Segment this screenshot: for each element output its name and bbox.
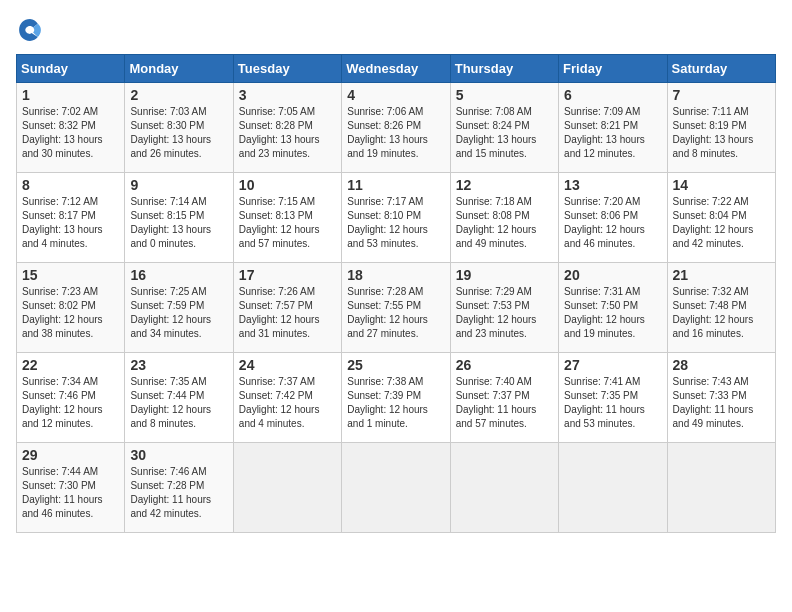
- cell-info: Sunrise: 7:34 AM Sunset: 7:46 PM Dayligh…: [22, 375, 119, 431]
- cell-info: Sunrise: 7:08 AM Sunset: 8:24 PM Dayligh…: [456, 105, 553, 161]
- sunset-label: Sunset: 7:28 PM: [130, 480, 204, 491]
- table-row: 26 Sunrise: 7:40 AM Sunset: 7:37 PM Dayl…: [450, 353, 558, 443]
- week-row-2: 8 Sunrise: 7:12 AM Sunset: 8:17 PM Dayli…: [17, 173, 776, 263]
- week-row-4: 22 Sunrise: 7:34 AM Sunset: 7:46 PM Dayl…: [17, 353, 776, 443]
- daylight-label: Daylight: 11 hours and 46 minutes.: [22, 494, 103, 519]
- cell-info: Sunrise: 7:11 AM Sunset: 8:19 PM Dayligh…: [673, 105, 770, 161]
- day-number: 7: [673, 87, 770, 103]
- sunrise-label: Sunrise: 7:44 AM: [22, 466, 98, 477]
- day-number: 24: [239, 357, 336, 373]
- sunset-label: Sunset: 7:53 PM: [456, 300, 530, 311]
- cell-info: Sunrise: 7:32 AM Sunset: 7:48 PM Dayligh…: [673, 285, 770, 341]
- day-number: 10: [239, 177, 336, 193]
- table-row: [559, 443, 667, 533]
- table-row: 20 Sunrise: 7:31 AM Sunset: 7:50 PM Dayl…: [559, 263, 667, 353]
- sunrise-label: Sunrise: 7:25 AM: [130, 286, 206, 297]
- cell-info: Sunrise: 7:46 AM Sunset: 7:28 PM Dayligh…: [130, 465, 227, 521]
- day-number: 16: [130, 267, 227, 283]
- table-row: 13 Sunrise: 7:20 AM Sunset: 8:06 PM Dayl…: [559, 173, 667, 263]
- day-number: 26: [456, 357, 553, 373]
- sunset-label: Sunset: 7:35 PM: [564, 390, 638, 401]
- cell-info: Sunrise: 7:09 AM Sunset: 8:21 PM Dayligh…: [564, 105, 661, 161]
- week-row-3: 15 Sunrise: 7:23 AM Sunset: 8:02 PM Dayl…: [17, 263, 776, 353]
- sunrise-label: Sunrise: 7:18 AM: [456, 196, 532, 207]
- sunset-label: Sunset: 8:02 PM: [22, 300, 96, 311]
- daylight-label: Daylight: 12 hours and 31 minutes.: [239, 314, 320, 339]
- sunset-label: Sunset: 7:39 PM: [347, 390, 421, 401]
- daylight-label: Daylight: 12 hours and 34 minutes.: [130, 314, 211, 339]
- sunrise-label: Sunrise: 7:32 AM: [673, 286, 749, 297]
- sunset-label: Sunset: 7:48 PM: [673, 300, 747, 311]
- daylight-label: Daylight: 11 hours and 57 minutes.: [456, 404, 537, 429]
- day-number: 1: [22, 87, 119, 103]
- calendar-body: 1 Sunrise: 7:02 AM Sunset: 8:32 PM Dayli…: [17, 83, 776, 533]
- cell-info: Sunrise: 7:18 AM Sunset: 8:08 PM Dayligh…: [456, 195, 553, 251]
- table-row: 23 Sunrise: 7:35 AM Sunset: 7:44 PM Dayl…: [125, 353, 233, 443]
- sunrise-label: Sunrise: 7:29 AM: [456, 286, 532, 297]
- cell-info: Sunrise: 7:29 AM Sunset: 7:53 PM Dayligh…: [456, 285, 553, 341]
- cell-info: Sunrise: 7:22 AM Sunset: 8:04 PM Dayligh…: [673, 195, 770, 251]
- sunrise-label: Sunrise: 7:15 AM: [239, 196, 315, 207]
- cell-info: Sunrise: 7:35 AM Sunset: 7:44 PM Dayligh…: [130, 375, 227, 431]
- sunset-label: Sunset: 8:26 PM: [347, 120, 421, 131]
- sunrise-label: Sunrise: 7:26 AM: [239, 286, 315, 297]
- table-row: 30 Sunrise: 7:46 AM Sunset: 7:28 PM Dayl…: [125, 443, 233, 533]
- daylight-label: Daylight: 13 hours and 12 minutes.: [564, 134, 645, 159]
- table-row: 24 Sunrise: 7:37 AM Sunset: 7:42 PM Dayl…: [233, 353, 341, 443]
- daylight-label: Daylight: 11 hours and 42 minutes.: [130, 494, 211, 519]
- sunrise-label: Sunrise: 7:41 AM: [564, 376, 640, 387]
- daylight-label: Daylight: 13 hours and 15 minutes.: [456, 134, 537, 159]
- table-row: [667, 443, 775, 533]
- week-row-5: 29 Sunrise: 7:44 AM Sunset: 7:30 PM Dayl…: [17, 443, 776, 533]
- table-row: 22 Sunrise: 7:34 AM Sunset: 7:46 PM Dayl…: [17, 353, 125, 443]
- col-monday: Monday: [125, 55, 233, 83]
- calendar-table: Sunday Monday Tuesday Wednesday Thursday…: [16, 54, 776, 533]
- sunset-label: Sunset: 8:15 PM: [130, 210, 204, 221]
- cell-info: Sunrise: 7:14 AM Sunset: 8:15 PM Dayligh…: [130, 195, 227, 251]
- table-row: 1 Sunrise: 7:02 AM Sunset: 8:32 PM Dayli…: [17, 83, 125, 173]
- sunset-label: Sunset: 8:08 PM: [456, 210, 530, 221]
- daylight-label: Daylight: 13 hours and 19 minutes.: [347, 134, 428, 159]
- sunrise-label: Sunrise: 7:38 AM: [347, 376, 423, 387]
- cell-info: Sunrise: 7:28 AM Sunset: 7:55 PM Dayligh…: [347, 285, 444, 341]
- day-number: 21: [673, 267, 770, 283]
- col-saturday: Saturday: [667, 55, 775, 83]
- table-row: 28 Sunrise: 7:43 AM Sunset: 7:33 PM Dayl…: [667, 353, 775, 443]
- day-number: 4: [347, 87, 444, 103]
- daylight-label: Daylight: 12 hours and 8 minutes.: [130, 404, 211, 429]
- daylight-label: Daylight: 12 hours and 38 minutes.: [22, 314, 103, 339]
- cell-info: Sunrise: 7:05 AM Sunset: 8:28 PM Dayligh…: [239, 105, 336, 161]
- table-row: 15 Sunrise: 7:23 AM Sunset: 8:02 PM Dayl…: [17, 263, 125, 353]
- sunset-label: Sunset: 8:24 PM: [456, 120, 530, 131]
- day-number: 3: [239, 87, 336, 103]
- table-row: 7 Sunrise: 7:11 AM Sunset: 8:19 PM Dayli…: [667, 83, 775, 173]
- daylight-label: Daylight: 13 hours and 0 minutes.: [130, 224, 211, 249]
- table-row: [342, 443, 450, 533]
- sunrise-label: Sunrise: 7:08 AM: [456, 106, 532, 117]
- table-row: 14 Sunrise: 7:22 AM Sunset: 8:04 PM Dayl…: [667, 173, 775, 263]
- table-row: [233, 443, 341, 533]
- cell-info: Sunrise: 7:12 AM Sunset: 8:17 PM Dayligh…: [22, 195, 119, 251]
- daylight-label: Daylight: 12 hours and 23 minutes.: [456, 314, 537, 339]
- col-sunday: Sunday: [17, 55, 125, 83]
- daylight-label: Daylight: 11 hours and 49 minutes.: [673, 404, 754, 429]
- cell-info: Sunrise: 7:23 AM Sunset: 8:02 PM Dayligh…: [22, 285, 119, 341]
- sunset-label: Sunset: 7:42 PM: [239, 390, 313, 401]
- day-number: 13: [564, 177, 661, 193]
- daylight-label: Daylight: 12 hours and 4 minutes.: [239, 404, 320, 429]
- daylight-label: Daylight: 12 hours and 46 minutes.: [564, 224, 645, 249]
- table-row: 18 Sunrise: 7:28 AM Sunset: 7:55 PM Dayl…: [342, 263, 450, 353]
- sunset-label: Sunset: 7:37 PM: [456, 390, 530, 401]
- col-wednesday: Wednesday: [342, 55, 450, 83]
- sunset-label: Sunset: 8:17 PM: [22, 210, 96, 221]
- sunset-label: Sunset: 8:28 PM: [239, 120, 313, 131]
- table-row: 11 Sunrise: 7:17 AM Sunset: 8:10 PM Dayl…: [342, 173, 450, 263]
- day-number: 30: [130, 447, 227, 463]
- table-row: 29 Sunrise: 7:44 AM Sunset: 7:30 PM Dayl…: [17, 443, 125, 533]
- sunrise-label: Sunrise: 7:40 AM: [456, 376, 532, 387]
- daylight-label: Daylight: 13 hours and 30 minutes.: [22, 134, 103, 159]
- sunrise-label: Sunrise: 7:05 AM: [239, 106, 315, 117]
- table-row: 6 Sunrise: 7:09 AM Sunset: 8:21 PM Dayli…: [559, 83, 667, 173]
- daylight-label: Daylight: 12 hours and 49 minutes.: [456, 224, 537, 249]
- daylight-label: Daylight: 12 hours and 42 minutes.: [673, 224, 754, 249]
